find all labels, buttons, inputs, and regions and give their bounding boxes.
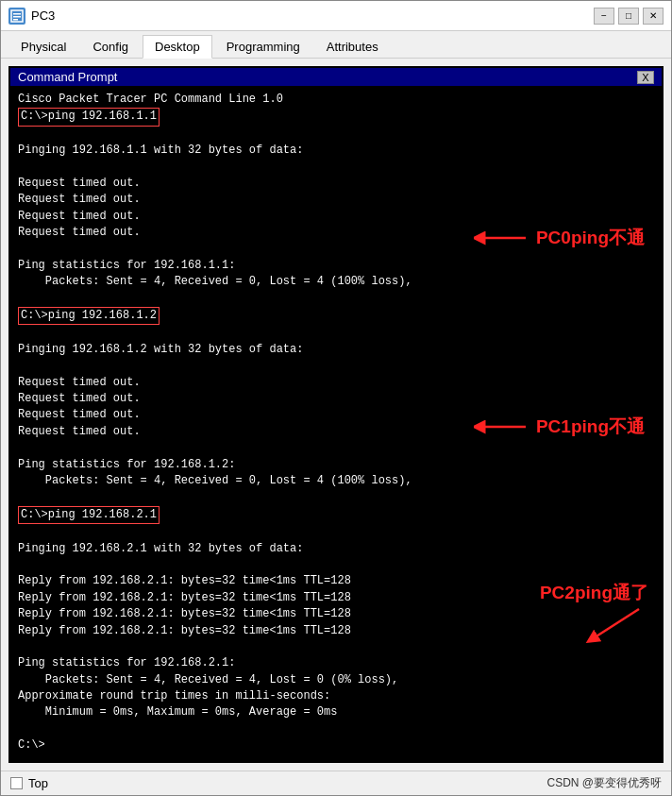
cmd-blank4 xyxy=(18,291,654,307)
cmd-line-prompt3: C:\>ping 192.168.2.1 xyxy=(18,506,654,524)
svg-rect-3 xyxy=(13,19,18,21)
cmd-blank10 xyxy=(18,557,654,573)
cmd-timeout2b: Request timed out. xyxy=(18,391,654,407)
cmd-blank1 xyxy=(18,127,654,143)
cmd-stats1-header: Ping statistics for 192.168.1.1: xyxy=(18,258,654,274)
maximize-button[interactable]: □ xyxy=(618,8,639,25)
window-controls: − □ ✕ xyxy=(594,8,664,25)
svg-line-6 xyxy=(592,609,639,639)
cmd-blank6 xyxy=(18,358,654,374)
tab-physical[interactable]: Physical xyxy=(8,35,78,58)
annotation-pc2-text: PC2ping通了 xyxy=(540,581,648,605)
arrow-pc2-icon xyxy=(582,605,648,643)
annotation-pc0: PC0ping不通 xyxy=(474,226,645,250)
cmd-blank9 xyxy=(18,524,654,540)
svg-rect-2 xyxy=(13,16,21,18)
cmd-stats3-header: Ping statistics for 192.168.2.1: xyxy=(18,655,654,671)
cmd-stats3-data: Packets: Sent = 4, Received = 4, Lost = … xyxy=(18,672,654,688)
arrow-pc0-icon xyxy=(474,229,530,246)
cmd-stats2-header: Ping statistics for 192.168.1.2: xyxy=(18,457,654,473)
cmd-timeout1b: Request timed out. xyxy=(18,192,654,208)
cmd-titlebar: Command Prompt X xyxy=(10,68,662,86)
cmd-stats1-data: Packets: Sent = 4, Received = 0, Lost = … xyxy=(18,274,654,290)
annotation-pc1-text: PC1ping不通 xyxy=(536,415,645,439)
cmd-pinging1: Pinging 192.168.1.1 with 32 bytes of dat… xyxy=(18,143,654,159)
tab-attributes[interactable]: Attributes xyxy=(314,35,391,58)
top-checkbox[interactable] xyxy=(10,777,23,789)
cmd-blank5 xyxy=(18,325,654,341)
cmd-line-intro: Cisco Packet Tracer PC Command Line 1.0 xyxy=(18,92,654,108)
cmd-pinging3: Pinging 192.168.2.1 with 32 bytes of dat… xyxy=(18,541,654,557)
prompt-box-2: C:\>ping 192.168.1.2 xyxy=(18,307,160,325)
tab-desktop[interactable]: Desktop xyxy=(143,35,212,59)
content-area: Command Prompt X Cisco Packet Tracer PC … xyxy=(1,59,671,771)
tab-bar: Physical Config Desktop Programming Attr… xyxy=(1,31,671,59)
close-window-button[interactable]: ✕ xyxy=(643,8,664,25)
prompt-box-1: C:\>ping 192.168.1.1 xyxy=(18,108,160,126)
cmd-timeout1a: Request timed out. xyxy=(18,176,654,192)
cmd-stats2-data: Packets: Sent = 4, Received = 0, Lost = … xyxy=(18,473,654,489)
watermark: CSDN @要变得优秀呀 xyxy=(546,775,662,791)
cmd-line-prompt1: C:\>ping 192.168.1.1 xyxy=(18,108,654,126)
tab-config[interactable]: Config xyxy=(80,35,141,58)
cmd-approx: Approximate round trip times in milli-se… xyxy=(18,688,654,704)
window-icon xyxy=(8,8,25,25)
arrow-pc1-icon xyxy=(474,418,530,435)
cmd-blank2 xyxy=(18,160,654,176)
top-label: Top xyxy=(28,776,48,790)
annotation-pc1: PC1ping不通 xyxy=(474,415,645,439)
minimize-button[interactable]: − xyxy=(594,8,614,25)
cmd-minmax: Minimum = 0ms, Maximum = 0ms, Average = … xyxy=(18,704,654,720)
annotation-pc0-text: PC0ping不通 xyxy=(536,226,645,250)
cmd-pinging2: Pinging 192.168.1.2 with 32 bytes of dat… xyxy=(18,342,654,358)
main-window: PC3 − □ ✕ Physical Config Desktop Progra… xyxy=(0,0,672,796)
cmd-title: Command Prompt xyxy=(18,70,117,84)
cmd-body[interactable]: Cisco Packet Tracer PC Command Line 1.0 … xyxy=(10,86,662,761)
cmd-blank12 xyxy=(18,721,654,737)
bottom-bar: Top CSDN @要变得优秀呀 xyxy=(1,771,671,795)
cmd-blank8 xyxy=(18,489,654,505)
cmd-timeout2a: Request timed out. xyxy=(18,375,654,391)
cmd-close-button[interactable]: X xyxy=(637,71,654,84)
annotation-pc2: PC2ping通了 xyxy=(540,581,648,643)
title-bar: PC3 − □ ✕ xyxy=(1,1,671,31)
cmd-timeout1c: Request timed out. xyxy=(18,209,654,225)
window-title: PC3 xyxy=(31,8,594,23)
prompt-box-3: C:\>ping 192.168.2.1 xyxy=(18,506,160,524)
svg-rect-1 xyxy=(13,13,21,15)
cmd-blank7 xyxy=(18,440,654,456)
tab-programming[interactable]: Programming xyxy=(214,35,312,58)
command-prompt-window: Command Prompt X Cisco Packet Tracer PC … xyxy=(8,66,664,763)
cmd-line-prompt2: C:\>ping 192.168.1.2 xyxy=(18,307,654,325)
cmd-final-prompt: C:\> xyxy=(18,737,654,754)
